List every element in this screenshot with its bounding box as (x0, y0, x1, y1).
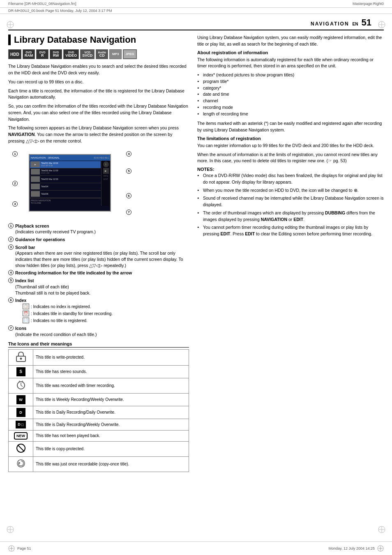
reg-mark-bottomleft (6, 525, 14, 534)
reg-mark-bottomright (378, 525, 386, 534)
intro-para-1: The Library Database Navigation enables … (8, 63, 189, 76)
footer-reg-mark-left (8, 545, 15, 552)
right-column: Using Library Database Navigation system… (197, 35, 384, 472)
page: Filename [DR-MH30UJ_08Navigation.fm] Mas… (0, 0, 392, 555)
note-item: When you move the title recorded on HDD … (197, 187, 384, 194)
limits-para2: When the amount of information is at the… (197, 152, 384, 165)
left-column: Library Database Navigation HDD DVDRAM D… (8, 35, 189, 472)
note-item: You cannot perform timer recording durin… (197, 224, 384, 237)
icon-cell: NEW (9, 430, 33, 442)
table-desc: This title is copy-protected. (33, 442, 189, 457)
icon-cell: S (9, 366, 33, 378)
weekly-icon: W (16, 395, 25, 404)
callout-5: 5 (126, 168, 131, 174)
callout-3: 3 (12, 201, 18, 207)
write-protect-icon (15, 351, 27, 362)
copy-once-icon (15, 458, 27, 468)
intro-para-2: You can record up to 99 titles on a disc… (8, 79, 189, 85)
list-item: recording mode (197, 104, 384, 111)
list-item: category* (197, 85, 384, 92)
callout-item-3: 3 Scroll bar (Appears when there are ove… (8, 244, 189, 269)
callout-item-4: 4 Recording information for the title in… (8, 270, 189, 276)
screen-diagram: NAVIGATION - ORIGINAL 00:00 HDD REC ▶ Ti… (29, 154, 111, 212)
table-row: W This title is Weekly Recording/Weekly … (9, 394, 189, 406)
icon-cell (9, 457, 33, 472)
page-title: Library Database Navigation (8, 35, 189, 45)
svg-point-1 (20, 358, 22, 360)
table-row: This title was recorded with timer recor… (9, 378, 189, 394)
callout-item-6: 6 Index 📋 : Indicates no index is regist… (8, 297, 189, 324)
callout-7: 7 (126, 210, 131, 215)
badge-dvdram: DVDRAM (23, 49, 35, 59)
timer-icon (16, 380, 26, 390)
badge-dvdrw: DVDRW (50, 49, 62, 59)
footer-reg-mark-right (377, 545, 384, 552)
badge-mp3: MP3 (109, 49, 122, 59)
badge-audiocd: AudioCD (96, 49, 108, 59)
callout-1: 1 (12, 151, 18, 157)
icon-cell (9, 442, 33, 457)
callout-item-7: 7 Icons (Indicate the record condition o… (8, 325, 189, 337)
intro-para-4: So, you can confirm the information of t… (8, 103, 189, 122)
about-intro: The following information is automatical… (197, 57, 384, 70)
table-row: NEW This title has not been played back. (9, 430, 189, 442)
badge-vcdsvcd: VCDSVCD (80, 49, 95, 59)
daily-icon: D (16, 408, 25, 417)
nav-label: NAVIGATION EN 51 (311, 17, 371, 28)
icons-table: This title is write-protected. S This ti… (8, 349, 189, 472)
icon-cell: W (9, 394, 33, 406)
right-intro: Using Library Database Navigation system… (197, 35, 384, 48)
nav-label-bar: NAVIGATION EN 51 (8, 14, 384, 30)
icon-cell: D⬚ (9, 419, 33, 431)
table-desc: This title was just once recordable (cop… (33, 457, 189, 472)
list-item: index* (reduced pictures to show program… (197, 72, 384, 78)
svg-marker-10 (18, 462, 21, 464)
new-icon: NEW (14, 432, 28, 440)
table-desc: This title has not been played back. (33, 430, 189, 442)
table-row: D This title is Daily Recording/Daily Ov… (9, 406, 189, 419)
table-desc: This title is Daily Recording/Daily Over… (33, 406, 189, 419)
table-desc: This title is Daily Recording/Weekly Ove… (33, 419, 189, 431)
badge-jpeg: JPEG (123, 49, 136, 59)
svg-line-4 (21, 385, 23, 387)
table-desc: This title was recorded with timer recor… (33, 378, 189, 394)
list-item: program title* (197, 78, 384, 85)
format-badges: HDD DVDRAM DVDR DVDRW DVDVIDEO VCDSVCD A… (8, 49, 189, 59)
about-heading: About registration of information (197, 50, 384, 55)
callout-item-5: 5 Index list (Thumbnail still of each ti… (8, 278, 189, 296)
icon-cell: D (9, 406, 33, 419)
footer: Page 51 Monday, 12 July 2004 14:25 (0, 541, 392, 555)
daily-weekly-icon: D⬚ (16, 421, 26, 428)
notes-label: NOTES: (197, 167, 384, 172)
icons-section-heading: The Icons and their meanings (8, 341, 189, 348)
list-item: length of recording time (197, 111, 384, 117)
table-row: S This title has stereo sounds. (9, 366, 189, 378)
print-info: DR-MH30UJ_00.book Page 51 Monday, July 1… (8, 9, 112, 13)
notes-list: Once a DVD-R/RW (Video mode) disc has be… (197, 173, 384, 237)
table-desc: This title is Weekly Recording/Weekly Ov… (33, 394, 189, 406)
intro-para-3: Each time a title is recorded, the infor… (8, 88, 189, 101)
table-row: This title was just once recordable (cop… (9, 457, 189, 472)
note-item: Sound of received channel may be interru… (197, 195, 384, 208)
header-filename: Filename [DR-MH30UJ_08Navigation.fm] (8, 2, 76, 6)
footer-date: Monday, 12 July 2004 14:25 (329, 546, 375, 550)
reg-mark-topleft (6, 21, 14, 30)
table-row: This title is copy-protected. (9, 442, 189, 457)
list-item: date and time (197, 91, 384, 98)
badge-dvdvideo: DVDVIDEO (63, 49, 79, 59)
copy-protect-icon (16, 443, 26, 453)
about-list: index* (reduced pictures to show program… (197, 72, 384, 117)
icon-cell (9, 350, 33, 366)
table-row: This title is write-protected. (9, 350, 189, 366)
callout-item-2: 2 Guidance for operations (8, 237, 189, 243)
footer-page: Page 51 (17, 546, 31, 550)
svg-line-8 (18, 445, 24, 451)
note-item: The order of thumbnail images which are … (197, 210, 384, 223)
table-desc: This title has stereo sounds. (33, 366, 189, 378)
table-row: D⬚ This title is Daily Recording/Weekly … (9, 419, 189, 431)
callout-6: 6 (126, 193, 131, 198)
about-note: The items marked with an asterisk (*) ca… (197, 120, 384, 134)
callout-4: 4 (126, 151, 131, 157)
badge-hdd: HDD (8, 49, 21, 59)
header-masterpage: Masterpage:Right0 (353, 2, 384, 6)
